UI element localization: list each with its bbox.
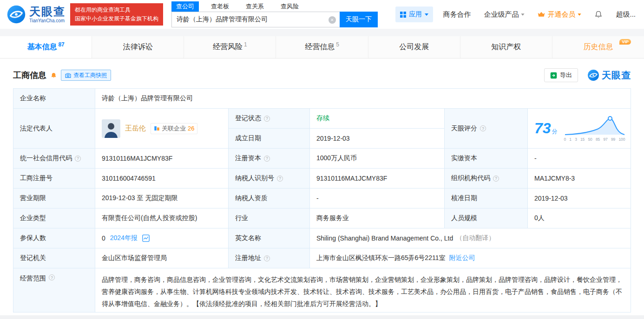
search-tab-boss[interactable]: 查老板 <box>206 1 234 12</box>
reg-address-label: 注册地址 <box>229 248 310 268</box>
taxpayer-quality-value: - <box>310 189 445 208</box>
subscribe-bell-icon[interactable] <box>50 72 57 79</box>
label-text: 营业期限 <box>20 194 46 202</box>
label-text: 企业类型 <box>20 214 46 222</box>
tab-operation-risk[interactable]: 经营风险 1 <box>184 36 276 58</box>
nav-open-vip[interactable]: 开通会员 <box>538 10 581 19</box>
search-input[interactable] <box>172 12 340 27</box>
tab-company-development[interactable]: 公司发展 <box>368 36 460 58</box>
business-term-label: 营业期限 <box>13 189 95 208</box>
related-companies-icon <box>154 125 160 131</box>
label-text: 行业 <box>235 214 248 222</box>
score-label: 天眼评分 <box>445 109 528 149</box>
crown-icon <box>538 12 545 17</box>
axis-tick: 1 <box>569 137 572 142</box>
reg-capital-label: 注册资本 <box>229 149 310 169</box>
taxpayer-quality-label: 纳税人资质 <box>229 189 310 208</box>
tab-operation-info[interactable]: 经营信息 5 <box>276 36 368 58</box>
brand-name: 天眼查 <box>29 6 66 18</box>
value-text: 存续 <box>316 114 329 123</box>
trend-chart-icon[interactable] <box>142 234 150 242</box>
chevron-down-icon <box>521 13 525 16</box>
search-tab-risk[interactable]: 查风险 <box>276 1 303 12</box>
label-text: 经营范围 <box>20 274 46 283</box>
search-tab-relation[interactable]: 查关系 <box>241 1 269 12</box>
clear-search-icon[interactable] <box>329 16 336 24</box>
value-text: 商务服务业 <box>316 214 349 222</box>
score-axis: 0 1 3 15 50 85 97 99 100 <box>564 137 625 142</box>
value-text: 诗龄（上海）品牌管理有限公司 <box>102 94 193 103</box>
paid-capital-label: 实缴资本 <box>445 149 528 169</box>
reg-status-value: 存续 <box>310 109 445 129</box>
legal-rep-avatar[interactable] <box>102 119 120 138</box>
nav-cooperation[interactable]: 商务合作 <box>443 10 471 19</box>
business-scope-label: 经营范围 <box>13 268 95 312</box>
apps-menu[interactable]: 应用 <box>395 7 433 22</box>
nav-enterprise-products[interactable]: 企业级产品 <box>484 10 525 19</box>
slogan-line2: 国家中小企业发展子基金旗下机构 <box>75 14 158 23</box>
help-icon[interactable] <box>49 274 55 280</box>
tab-count: 5 <box>336 41 339 48</box>
axis-tick: 15 <box>580 137 585 142</box>
label-text: 注册地址 <box>235 254 261 262</box>
apps-label: 应用 <box>409 10 422 19</box>
top-nav: 商务合作 企业级产品 开通会员 超级... <box>443 10 636 19</box>
company-name-value: 诗龄（上海）品牌管理有限公司 <box>95 89 631 109</box>
export-button[interactable]: 导出 <box>544 68 578 82</box>
related-companies-chip[interactable]: 关联企业 26 <box>151 123 197 134</box>
tianyancha-logo[interactable]: 天眼查 TianYanCha.com <box>7 5 66 24</box>
english-name-label: 英文名称 <box>229 228 310 248</box>
help-icon[interactable] <box>264 156 270 162</box>
nearby-companies-link[interactable]: 附近公司 <box>449 254 475 262</box>
related-companies-count: 26 <box>188 125 194 132</box>
axis-tick: 97 <box>603 137 607 142</box>
help-icon[interactable] <box>277 176 283 182</box>
section-actions: 导出 天眼查 <box>544 68 631 82</box>
approval-date-value: 2019-12-03 <box>528 189 631 208</box>
legal-rep-name-link[interactable]: 王岳伦 <box>125 124 146 133</box>
help-icon[interactable] <box>264 116 270 122</box>
nav-super[interactable]: 超级... <box>616 10 636 19</box>
annual-report-link[interactable]: 2024年报 <box>110 234 138 242</box>
score-number: 73 分 <box>534 120 558 137</box>
slogan-line1: 都在用的商业查询工具 <box>75 6 158 14</box>
value-text: - <box>534 155 537 162</box>
snapshot-button-label: 查看工商快照 <box>73 72 107 79</box>
credit-code-label: 统一社会信用代码 <box>13 149 95 169</box>
tab-basic-info[interactable]: 基本信息 87 <box>0 36 92 58</box>
approval-date-label: 核准日期 <box>445 189 528 208</box>
snapshot-button[interactable]: 查看工商快照 <box>61 70 111 81</box>
help-icon[interactable] <box>480 125 486 131</box>
tab-history-info[interactable]: 历史信息 VIP <box>552 36 644 58</box>
business-term-value: 2019-12-03 至 无固定期限 <box>95 189 229 208</box>
paid-capital-value: - <box>528 149 631 169</box>
tab-label: 知识产权 <box>491 42 521 52</box>
tab-legal-litigation[interactable]: 法律诉讼 <box>92 36 184 58</box>
search-button[interactable]: 天眼一下 <box>340 12 378 27</box>
help-icon[interactable] <box>264 255 270 261</box>
search-box <box>171 12 340 27</box>
score-value: 73 分 0 1 3 15 50 85 97 99 10 <box>528 109 631 149</box>
value-text: 品牌管理，商务咨询，商品信息咨询，企业管理咨询，文化艺术交流策划咨询，市场营销策… <box>102 276 622 307</box>
notification-bell-icon[interactable] <box>594 10 603 19</box>
tab-intellectual-property[interactable]: 知识产权 <box>460 36 552 58</box>
reg-status-label: 登记状态 <box>229 109 310 129</box>
tab-label: 法律诉讼 <box>123 42 153 52</box>
search-area: 查公司 查老板 查关系 查风险 天眼一下 <box>171 1 378 27</box>
slogan-badge: 都在用的商业查询工具 国家中小企业发展子基金旗下机构 <box>70 3 163 26</box>
value-text: 2019-12-03 至 无固定期限 <box>102 194 177 202</box>
legal-rep-label: 法定代表人 <box>13 109 95 149</box>
footer-strip <box>0 315 644 319</box>
help-icon[interactable] <box>75 156 81 162</box>
tab-label: 公司发展 <box>399 42 429 52</box>
label-text: 注册资本 <box>235 154 261 163</box>
chevron-down-icon <box>425 13 428 16</box>
auto-translate-note: （自动翻译） <box>456 234 495 242</box>
reg-authority-value: 金山区市场监督管理局 <box>95 248 229 268</box>
value-text: Shiling (Shanghai) Brand Management Co.,… <box>316 234 453 242</box>
value-text: 1000万人民币 <box>316 154 357 163</box>
help-icon[interactable] <box>493 176 499 182</box>
taxpayer-id-value: 91310116MA1JCMY83F <box>310 169 445 189</box>
search-tab-company[interactable]: 查公司 <box>171 1 199 12</box>
logo-text: 天眼查 TianYanCha.com <box>29 6 66 23</box>
